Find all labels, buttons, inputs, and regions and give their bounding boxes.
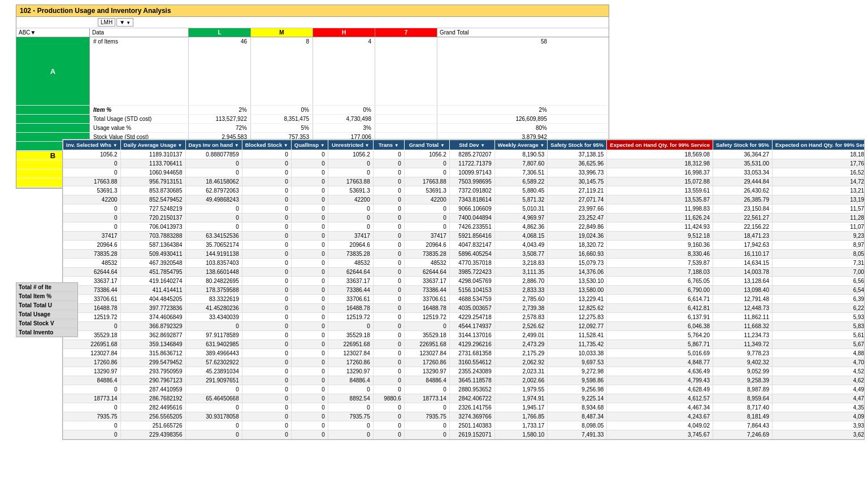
- table-row: 7935.75256.556520530.93178058007935.7507…: [63, 412, 865, 421]
- table-cell: 33,053.34: [713, 168, 772, 177]
- table-cell: 18.46158062: [185, 177, 242, 186]
- table-cell: 2501.140383: [449, 421, 494, 430]
- table-cell: 4229.254718: [449, 313, 494, 322]
- th-inv-selected-whs[interactable]: Inv. Selected Whs: [63, 140, 121, 150]
- table-cell: 5,617.37: [772, 331, 865, 340]
- col-data-header: Data: [90, 28, 189, 37]
- table-cell: 0: [185, 168, 242, 177]
- table-cell: 4,467.34: [607, 403, 713, 412]
- table-cell: 0: [242, 322, 291, 331]
- table-cell: 8,934.68: [548, 403, 607, 412]
- table-cell: 0: [373, 430, 404, 439]
- th-trans[interactable]: Trans: [373, 140, 404, 150]
- table-cell: 0: [291, 313, 328, 322]
- table-cell: 0: [185, 403, 242, 412]
- table-cell: 83.3322619: [185, 295, 242, 304]
- th-unrestricted[interactable]: Unrestricted: [328, 140, 373, 150]
- th-days-inv[interactable]: Days Inv on hand: [185, 140, 242, 150]
- table-cell: 4,526.49: [772, 367, 865, 376]
- table-cell: 0: [328, 223, 373, 232]
- table-cell: 13,530.10: [548, 277, 607, 286]
- table-cell: 0: [373, 241, 404, 250]
- total-invento-label: Total Invento: [16, 328, 77, 337]
- table-cell: 290.7967123: [120, 376, 185, 385]
- table-cell: 37,138.15: [548, 150, 607, 159]
- table-cell: 73835.28: [63, 250, 121, 259]
- table-cell: 5,834.16: [772, 322, 865, 331]
- table-cell: 0: [242, 331, 291, 340]
- table-cell: 9,778.23: [713, 349, 772, 358]
- table-cell: 13,535.87: [607, 195, 713, 204]
- th-std-dev[interactable]: Std Dev: [449, 140, 494, 150]
- table-cell: 37417: [404, 232, 449, 241]
- table-cell: 14,003.78: [713, 268, 772, 277]
- table-cell: 84886.4: [328, 376, 373, 385]
- table-cell: 123027.84: [328, 349, 373, 358]
- table-cell: 4047.832147: [449, 241, 494, 250]
- table-cell: 0: [291, 250, 328, 259]
- table-cell: 8,055.09: [772, 250, 865, 259]
- table-cell: 7400.044894: [449, 213, 494, 223]
- table-cell: 5,674.86: [772, 340, 865, 349]
- cat-a-row-items: A # of Items 46 8 4 58: [16, 37, 609, 106]
- th-expected-99[interactable]: Expected on Hand Qty. for 99% Service: [607, 140, 713, 150]
- table-cell: 138.6601448: [185, 268, 242, 277]
- table-cell: 1,945.17: [494, 403, 548, 412]
- th-blocked-stock[interactable]: Blocked Stock: [242, 140, 291, 150]
- cat-a-label: A: [16, 37, 90, 105]
- table-cell: 3,218.83: [494, 259, 548, 268]
- th-expected-99-2[interactable]: Expected on Hand Qty. for 99% Service: [772, 140, 865, 150]
- th-daily-avg-usage[interactable]: Daily Average Usage: [120, 140, 185, 150]
- table-cell: 7426.233551: [449, 223, 494, 232]
- col-abc-header[interactable]: ABC ▼: [16, 28, 90, 37]
- cat-a-itempct-grand: 2%: [437, 106, 550, 114]
- table-cell: 48532: [328, 259, 373, 268]
- table-cell: 3,932.21: [772, 421, 865, 430]
- table-cell: 3645.118578: [449, 376, 494, 385]
- table-row: 0251.6657260000002501.1403831,733.178,09…: [63, 421, 865, 430]
- th-quallinsp[interactable]: QuallInsp: [291, 140, 328, 150]
- data-table-wrapper[interactable]: Inv. Selected Whs Daily Average Usage Da…: [62, 139, 865, 440]
- table-cell: 7,246.69: [713, 430, 772, 439]
- th-grand-total[interactable]: Grand Total: [404, 140, 449, 150]
- table-cell: 7935.75: [404, 412, 449, 421]
- table-cell: 389.4966443: [185, 349, 242, 358]
- table-cell: 1,580.10: [494, 430, 548, 439]
- th-weekly-avg[interactable]: Weekly Average: [494, 140, 548, 150]
- filter-dropdown[interactable]: ▼: [116, 18, 133, 27]
- table-cell: 13,580.00: [548, 286, 607, 295]
- table-cell: 8,487.34: [548, 412, 607, 421]
- table-cell: 0: [404, 403, 449, 412]
- table-cell: 8,971.31: [772, 241, 865, 250]
- table-cell: 0: [404, 322, 449, 331]
- table-cell: 0: [242, 421, 291, 430]
- spreadsheet-title: 102 - Production Usage and Inventory Ana…: [16, 5, 609, 17]
- data-table: Inv. Selected Whs Daily Average Usage Da…: [63, 140, 865, 439]
- table-cell: 0: [242, 295, 291, 304]
- table-cell: 0: [63, 159, 121, 168]
- table-cell: 22,849.86: [548, 223, 607, 232]
- table-cell: 3,111.35: [494, 268, 548, 277]
- table-row: 16488.78397.772383641.452802360016488.78…: [63, 304, 865, 313]
- th-safety-95-2[interactable]: Safety Stock for 95%: [713, 140, 772, 150]
- cat-a-items-m: 8: [251, 37, 313, 105]
- col-m-header: M: [251, 28, 313, 37]
- table-cell: 0: [328, 430, 373, 439]
- table-cell: 16488.78: [328, 304, 373, 313]
- table-cell: 0: [291, 286, 328, 295]
- table-cell: 20964.6: [328, 241, 373, 250]
- table-cell: 13,215.31: [772, 186, 865, 195]
- table-cell: 0: [242, 223, 291, 232]
- table-cell: 4,612.57: [607, 394, 713, 403]
- table-cell: 0: [373, 421, 404, 430]
- table-cell: 0: [242, 250, 291, 259]
- table-cell: 12,791.48: [713, 295, 772, 304]
- table-cell: 7,539.87: [607, 259, 713, 268]
- th-safety-95[interactable]: Safety Stock for 95%: [548, 140, 607, 150]
- table-row: 17260.86299.547945257.623029220017260.86…: [63, 358, 865, 367]
- table-row: 0706.04139730000007426.2335514,862.3622,…: [63, 223, 865, 232]
- table-cell: 0: [242, 177, 291, 186]
- table-cell: 1,974.91: [494, 394, 548, 403]
- table-cell: 0: [291, 223, 328, 232]
- table-cell: 0: [404, 159, 449, 168]
